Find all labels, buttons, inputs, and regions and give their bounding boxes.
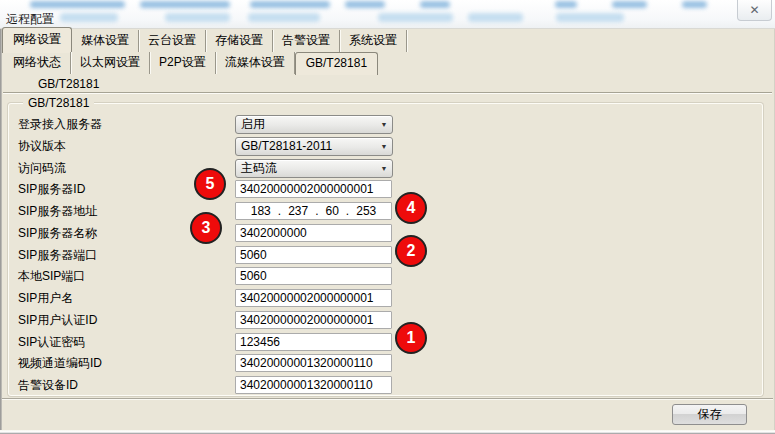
form-row: SIP用户认证ID — [18, 310, 618, 330]
blur-artifact — [555, 1, 577, 8]
ip-dot: . — [315, 204, 318, 218]
form-row: SIP用户名 — [18, 288, 618, 308]
form-row: 告警设备ID — [18, 375, 618, 395]
form-row: SIP认证密码 — [18, 332, 618, 352]
ip-octet: 253 — [356, 204, 376, 218]
sip-server-address-ip-input[interactable]: 183 . 237 . 60 . 253 — [235, 202, 392, 220]
sip-user-auth-id-input[interactable] — [235, 311, 392, 329]
close-icon: ✕ — [749, 3, 759, 17]
separator-line — [3, 92, 772, 94]
tab-streaming-media-settings[interactable]: 流媒体设置 — [216, 52, 295, 74]
tab-storage-settings[interactable]: 存储设置 — [206, 30, 273, 52]
ip-octet: 183 — [251, 204, 271, 218]
title-bar: 远程配置 ✕ — [0, 0, 775, 29]
tab-network-settings[interactable]: 网络设置 — [2, 27, 72, 53]
separator-line — [2, 398, 773, 400]
blur-artifact — [30, 1, 125, 8]
form-row: 本地SIP端口 — [18, 266, 618, 286]
form-row: 协议版本 GB/T28181-2011 ▼ — [18, 136, 618, 156]
blur-artifact — [612, 1, 647, 8]
field-label: SIP认证密码 — [18, 334, 235, 351]
field-label: SIP用户认证ID — [18, 312, 235, 329]
form-row: 登录接入服务器 启用 ▼ — [18, 114, 618, 134]
field-label: 协议版本 — [18, 138, 235, 155]
tab-media-settings[interactable]: 媒体设置 — [72, 30, 139, 52]
callout-badge-4: 4 — [395, 192, 427, 224]
network-sub-tab-bar: 网络状态 以太网设置 P2P设置 流媒体设置 GB/T28181 — [4, 53, 378, 75]
sip-username-input[interactable] — [235, 289, 392, 307]
chevron-down-icon: ▼ — [376, 165, 392, 172]
chevron-down-icon: ▼ — [376, 143, 392, 150]
tab-gbt28181[interactable]: GB/T28181 — [295, 52, 378, 75]
window-border-left — [0, 29, 2, 434]
sip-server-id-input[interactable] — [235, 180, 392, 198]
blur-artifact — [165, 13, 230, 22]
form-row: SIP服务器地址 183 . 237 . 60 . 253 — [18, 201, 618, 221]
main-tab-bar: 网络设置 媒体设置 云台设置 存储设置 告警设置 系统设置 — [2, 30, 407, 53]
tab-ethernet-settings[interactable]: 以太网设置 — [71, 52, 150, 74]
form-row: 访问码流 主码流 ▼ — [18, 158, 618, 178]
local-sip-port-input[interactable] — [235, 267, 392, 285]
video-channel-encoding-id-input[interactable] — [235, 354, 392, 372]
field-label: 本地SIP端口 — [18, 268, 235, 285]
form-row: SIP服务器ID — [18, 179, 618, 199]
callout-badge-1: 1 — [395, 322, 427, 354]
blur-artifact — [345, 1, 385, 8]
dropdown-value: GB/T28181-2011 — [236, 139, 376, 153]
blur-artifact — [140, 1, 230, 8]
field-label: SIP用户名 — [18, 290, 235, 307]
ip-dot: . — [346, 204, 349, 218]
blur-artifact — [420, 1, 450, 8]
callout-badge-2: 2 — [395, 235, 427, 267]
tab-alarm-settings[interactable]: 告警设置 — [273, 30, 340, 52]
subtab-gbt28181[interactable]: GB/T28181 — [38, 77, 99, 91]
field-label: 登录接入服务器 — [18, 116, 235, 133]
blur-artifact — [248, 13, 320, 22]
window-title: 远程配置 — [6, 11, 54, 28]
blur-artifact — [682, 1, 707, 8]
field-label: SIP服务器端口 — [18, 247, 235, 264]
callout-badge-3: 3 — [190, 212, 222, 244]
ip-octet: 237 — [288, 204, 308, 218]
tab-p2p-settings[interactable]: P2P设置 — [150, 52, 216, 74]
tab-system-settings[interactable]: 系统设置 — [340, 30, 407, 52]
save-button[interactable]: 保存 — [672, 404, 747, 425]
blur-artifact — [250, 1, 330, 8]
blur-artifact — [378, 13, 453, 22]
tab-ptz-settings[interactable]: 云台设置 — [139, 30, 206, 52]
groupbox-title: GB/T28181 — [23, 96, 94, 110]
tab-network-status[interactable]: 网络状态 — [4, 52, 71, 74]
access-stream-dropdown[interactable]: 主码流 ▼ — [235, 159, 393, 178]
sip-server-port-input[interactable] — [235, 246, 392, 264]
ip-octet: 60 — [326, 204, 339, 218]
callout-badge-5: 5 — [194, 168, 226, 200]
form-row: 视频通道编码ID — [18, 353, 618, 373]
form-row: SIP服务器名称 — [18, 223, 618, 243]
alarm-device-id-input[interactable] — [235, 376, 392, 394]
field-label: 告警设备ID — [18, 377, 235, 394]
login-access-server-dropdown[interactable]: 启用 ▼ — [235, 115, 393, 134]
close-button[interactable]: ✕ — [737, 0, 772, 21]
blur-artifact — [468, 13, 523, 22]
form-row: SIP服务器端口 — [18, 245, 618, 265]
sip-server-name-input[interactable] — [235, 224, 392, 242]
protocol-version-dropdown[interactable]: GB/T28181-2011 ▼ — [235, 137, 393, 156]
ip-dot: . — [278, 204, 281, 218]
field-label: 视频通道编码ID — [18, 355, 235, 372]
dropdown-value: 启用 — [236, 116, 376, 133]
blur-artifact — [60, 13, 118, 22]
remote-config-dialog: 远程配置 ✕ 网络设置 媒体设置 云台设置 存储设置 告警设置 系统设置 网络状… — [0, 0, 775, 434]
chevron-down-icon: ▼ — [376, 121, 392, 128]
sip-auth-password-input[interactable] — [235, 333, 392, 351]
blur-artifact — [556, 13, 624, 22]
dropdown-value: 主码流 — [236, 160, 376, 177]
window-border-bottom — [0, 430, 775, 434]
